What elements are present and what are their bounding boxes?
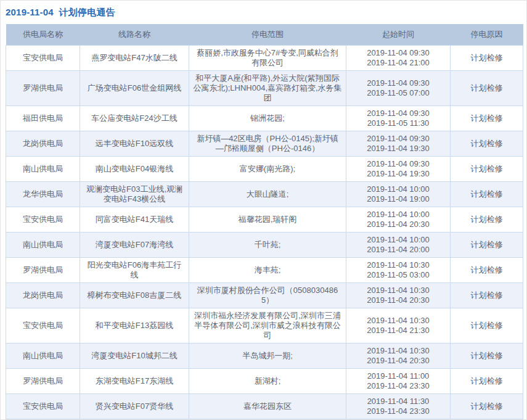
time-end: 2019-11-04 19:30 bbox=[350, 169, 446, 179]
table-row: 宝安供电局和平变电站F13荔园线深圳市福永经济发展有限公司,深圳市三浦半导体有限… bbox=[6, 308, 523, 344]
time-start: 2019-11-04 10:30 bbox=[350, 316, 446, 326]
reason-cell: 计划检修 bbox=[451, 344, 523, 369]
table-row: 罗湖供电局阳光变电站F06海丰苑工行线海丰苑;2019-11-04 10:302… bbox=[6, 258, 523, 283]
table-row: 福田供电局车公庙变电站F24沙工线锦洲花园;2019-11-04 09:3020… bbox=[6, 106, 523, 131]
reason-cell: 计划检修 bbox=[451, 233, 523, 258]
scope-cell: 锦洲花园; bbox=[189, 106, 346, 131]
bureau-cell: 南山供电局 bbox=[6, 157, 80, 182]
time-cell: 2019-11-04 09:302019-11-05 11:30 bbox=[346, 106, 451, 131]
time-cell: 2019-11-04 09:302019-11-05 07:00 bbox=[346, 71, 451, 106]
scope-cell: 新圩镇—42区电房（PH公-0145);新圩镇—邝裕顺屋侧（PH公-0146） bbox=[189, 131, 346, 157]
time-cell: 2019-11-04 11:002019-11-04 23:30 bbox=[346, 369, 451, 394]
time-end: 2019-11-05 07:00 bbox=[350, 88, 446, 98]
page-title: 2019-11-04 计划停电通告 bbox=[1, 1, 526, 24]
column-header-time: 起始时间 bbox=[346, 24, 451, 46]
scope-cell: 和平大厦A座(和平路),外运大院(紫翔国际公寓东北);LHNH004,嘉宾路灯箱… bbox=[189, 71, 346, 106]
reason-cell: 计划检修 bbox=[451, 258, 523, 283]
time-start: 2019-11-04 10:30 bbox=[350, 286, 446, 295]
line-cell: 阳光变电站F06海丰苑工行线 bbox=[80, 258, 189, 283]
time-start: 2019-11-04 10:00 bbox=[350, 210, 446, 220]
bureau-cell: 龙华供电局 bbox=[6, 182, 80, 207]
time-cell: 2019-11-04 10:002019-11-04 20:00 bbox=[346, 233, 451, 258]
time-end: 2019-11-05 03:00 bbox=[350, 270, 446, 280]
scope-cell: 大眼山隧道; bbox=[189, 182, 346, 207]
scope-cell: 富安娜(南光路); bbox=[189, 157, 346, 182]
scope-cell: 千叶苑; bbox=[189, 233, 346, 258]
time-cell: 2019-11-04 09:302019-11-04 19:30 bbox=[346, 131, 451, 157]
table-row: 罗湖供电局广场变电站F06世金组网线和平大厦A座(和平路),外运大院(紫翔国际公… bbox=[6, 71, 523, 106]
line-cell: 湾厦变电站F07海湾线 bbox=[80, 233, 189, 258]
column-header-bureau: 供电局名称 bbox=[6, 24, 80, 46]
time-end: 2019-11-04 20:30 bbox=[350, 295, 446, 305]
table-row: 南山供电局湾厦变电站F07海湾线千叶苑;2019-11-04 10:002019… bbox=[6, 233, 523, 258]
table-header-row: 供电局名称 线路名称 停电范围 起始时间 停电原因 bbox=[6, 24, 523, 46]
table-row: 龙华供电局观澜变电站F03工业线,观澜变电站F43横公线大眼山隧道;2019-1… bbox=[6, 182, 523, 207]
line-cell: 广场变电站F06世金组网线 bbox=[80, 71, 189, 106]
line-cell: 车公庙变电站F24沙工线 bbox=[80, 106, 189, 131]
reason-cell: 计划检修 bbox=[451, 207, 523, 233]
time-end: 2019-11-05 11:30 bbox=[350, 118, 446, 128]
line-cell: 燕罗变电站F47水陂二线 bbox=[80, 46, 189, 71]
time-start: 2019-11-04 09:30 bbox=[350, 109, 446, 118]
column-header-line: 线路名称 bbox=[80, 24, 189, 46]
table-row: 宝安供电局同富变电站F41天瑞线福馨花园,瑞轩阁2019-11-04 10:00… bbox=[6, 207, 523, 233]
time-cell: 2019-11-04 10:302019-11-04 21:30 bbox=[346, 308, 451, 344]
time-cell: 2019-11-04 10:302019-11-04 20:30 bbox=[346, 283, 451, 308]
scope-cell: 新湖村; bbox=[189, 369, 346, 394]
bureau-cell: 宝安供电局 bbox=[6, 207, 80, 233]
line-cell: 观澜变电站F03工业线,观澜变电站F43横公线 bbox=[80, 182, 189, 207]
bureau-cell: 南山供电局 bbox=[6, 344, 80, 369]
reason-cell: 计划检修 bbox=[451, 157, 523, 182]
time-end: 2019-11-04 21:00 bbox=[350, 58, 446, 68]
bureau-cell: 龙岗供电局 bbox=[6, 131, 80, 157]
scope-cell: 深圳市厦村股份合作公司（05080304865） bbox=[189, 283, 346, 308]
line-cell: 贤兴变电站F07贤华线 bbox=[80, 394, 189, 419]
scope-cell: 半岛城邦一期; bbox=[189, 344, 346, 369]
line-cell: 和平变电站F13荔园线 bbox=[80, 308, 189, 344]
table-row: 南山供电局南山变电站F04银海线富安娜(南光路);2019-11-04 09:3… bbox=[6, 157, 523, 182]
reason-cell: 计划检修 bbox=[451, 182, 523, 207]
time-cell: 2019-11-04 10:002019-11-04 20:30 bbox=[346, 207, 451, 233]
table-row: 南山供电局湾厦变电站F10城邦二线半岛城邦一期;2019-11-04 10:30… bbox=[6, 344, 523, 369]
table-row: 罗湖供电局东湖变电站F17东湖线新湖村;2019-11-04 11:002019… bbox=[6, 369, 523, 394]
page: 2019-11-04 计划停电通告 供电局名称 线路名称 停电范围 起始时间 停… bbox=[0, 0, 527, 420]
bureau-cell: 福田供电局 bbox=[6, 106, 80, 131]
reason-cell: 计划检修 bbox=[451, 283, 523, 308]
scope-cell: 嘉华花园东区 bbox=[189, 394, 346, 419]
time-end: 2019-11-04 19:00 bbox=[350, 194, 446, 204]
reason-cell: 计划检修 bbox=[451, 106, 523, 131]
time-cell: 2019-11-04 11:302019-11-04 23:30 bbox=[346, 394, 451, 419]
line-cell: 樟树布变电站F08吉厦二线 bbox=[80, 283, 189, 308]
line-cell: 南山变电站F04银海线 bbox=[80, 157, 189, 182]
bureau-cell: 龙岗供电局 bbox=[6, 283, 80, 308]
bureau-cell: 罗湖供电局 bbox=[6, 369, 80, 394]
time-cell: 2019-11-04 09:302019-11-04 21:00 bbox=[346, 46, 451, 71]
scope-cell: 海丰苑; bbox=[189, 258, 346, 283]
time-cell: 2019-11-04 09:302019-11-04 19:30 bbox=[346, 157, 451, 182]
time-start: 2019-11-04 11:00 bbox=[350, 371, 446, 381]
table-body: 宝安供电局燕罗变电站F47水陂二线蔡丽娇,市政服务中心7#专变,同威粘合剂有限公… bbox=[6, 46, 523, 419]
table-row: 宝安供电局贤兴变电站F07贤华线嘉华花园东区2019-11-04 11:3020… bbox=[6, 394, 523, 419]
column-header-reason: 停电原因 bbox=[451, 24, 523, 46]
time-start: 2019-11-04 09:30 bbox=[350, 48, 446, 58]
time-end: 2019-11-04 20:30 bbox=[350, 220, 446, 229]
reason-cell: 计划检修 bbox=[451, 369, 523, 394]
line-cell: 同富变电站F41天瑞线 bbox=[80, 207, 189, 233]
time-start: 2019-11-04 10:00 bbox=[350, 235, 446, 245]
time-cell: 2019-11-04 10:302019-11-04 20:30 bbox=[346, 344, 451, 369]
outage-table: 供电局名称 线路名称 停电范围 起始时间 停电原因 宝安供电局燕罗变电站F47水… bbox=[6, 24, 523, 419]
bureau-cell: 宝安供电局 bbox=[6, 394, 80, 419]
time-start: 2019-11-04 10:30 bbox=[350, 346, 446, 356]
time-end: 2019-11-04 20:00 bbox=[350, 245, 446, 255]
column-header-scope: 停电范围 bbox=[189, 24, 346, 46]
table-row: 龙岗供电局远丰变电站F10远双线新圩镇—42区电房（PH公-0145);新圩镇—… bbox=[6, 131, 523, 157]
time-start: 2019-11-04 09:30 bbox=[350, 134, 446, 144]
reason-cell: 计划检修 bbox=[451, 71, 523, 106]
line-cell: 湾厦变电站F10城邦二线 bbox=[80, 344, 189, 369]
time-start: 2019-11-04 11:30 bbox=[350, 397, 446, 406]
time-end: 2019-11-04 21:30 bbox=[350, 326, 446, 336]
reason-cell: 计划检修 bbox=[451, 308, 523, 344]
time-end: 2019-11-04 19:30 bbox=[350, 144, 446, 154]
table-row: 宝安供电局燕罗变电站F47水陂二线蔡丽娇,市政服务中心7#专变,同威粘合剂有限公… bbox=[6, 46, 523, 71]
bureau-cell: 南山供电局 bbox=[6, 233, 80, 258]
